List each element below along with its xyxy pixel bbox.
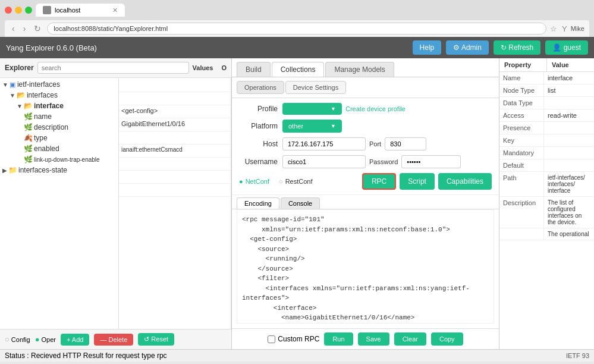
leaf-icon: 🍂 xyxy=(24,134,33,142)
config-radio[interactable]: ○ Config xyxy=(5,335,30,344)
property-row-access: Access read-write xyxy=(499,109,594,122)
host-label: Host xyxy=(239,140,278,148)
password-input[interactable] xyxy=(401,155,461,168)
left-panel: Explorer Values O ▼ ▣ ietf-interfaces ▼ xyxy=(0,58,232,349)
tab-collections[interactable]: Collections xyxy=(272,62,325,77)
tree-label: enabled xyxy=(34,145,59,153)
netconf-label: NetConf xyxy=(246,178,269,185)
sub-tab-device-settings[interactable]: Device Settings xyxy=(285,81,346,94)
chevron-down-icon: ▼ xyxy=(331,123,336,129)
restconf-radio[interactable]: ○ RestConf xyxy=(279,178,313,185)
module-icon: ▣ xyxy=(10,81,15,89)
tree-item-name[interactable]: 🌿 name xyxy=(0,111,118,122)
maximize-btn[interactable] xyxy=(25,7,32,14)
tree-item-description[interactable]: 🌿 description xyxy=(0,122,118,133)
script-button[interactable]: Script xyxy=(400,173,435,190)
bottom-tab-encoding[interactable]: Encoding xyxy=(237,197,279,209)
forward-button[interactable]: › xyxy=(21,23,29,34)
tab-manage-models[interactable]: Manage Models xyxy=(325,62,394,77)
save-button[interactable]: Save xyxy=(358,332,389,346)
tree-item-ietf-interfaces[interactable]: ▼ ▣ ietf-interfaces xyxy=(0,79,118,90)
ietf-badge: IETF 93 xyxy=(566,352,589,359)
netconf-radio[interactable]: ● NetConf xyxy=(239,178,269,185)
value-row-1 xyxy=(119,79,231,92)
sub-tab-operations[interactable]: Operations xyxy=(237,81,284,94)
help-button[interactable]: Help xyxy=(413,40,442,55)
tab-close-icon[interactable]: ✕ xyxy=(112,7,118,14)
reset-button[interactable]: ↺ Reset xyxy=(138,333,174,346)
run-button[interactable]: Run xyxy=(324,332,353,346)
protocol-radio-group: ● NetConf ○ RestConf xyxy=(239,178,357,185)
port-label: Port xyxy=(369,140,381,148)
custom-rpc-checkbox[interactable] xyxy=(268,335,275,343)
property-key: Key xyxy=(499,134,544,146)
property-val: read-write xyxy=(544,109,594,121)
reload-button[interactable]: ↻ xyxy=(32,23,43,34)
code-area: <rpc message-id="101" xmlns="urn:ietf:pa… xyxy=(237,209,494,324)
delete-button[interactable]: — Delete xyxy=(94,334,133,346)
o-col-header: O xyxy=(221,64,227,71)
property-row-key: Key xyxy=(499,134,594,147)
back-button[interactable]: ‹ xyxy=(10,23,17,34)
bottom-tab-console[interactable]: Console xyxy=(281,197,320,209)
refresh-button[interactable]: ↻ Refresh xyxy=(494,40,540,55)
url-bar[interactable]: localhost:8088/static/YangExplorer.html xyxy=(47,23,546,34)
folder-closed-icon: 📁 xyxy=(8,166,17,174)
radio-checked-icon: ● xyxy=(239,178,243,185)
tree-label: interfaces-state xyxy=(18,166,67,174)
property-row-default: Default xyxy=(499,159,594,172)
bookmark-icon[interactable]: ☆ xyxy=(550,24,557,33)
left-bottom: ○ Config ● Oper + Add — Delete ↺ Reset xyxy=(0,329,231,349)
port-input[interactable] xyxy=(385,137,426,150)
tab-icon xyxy=(43,6,51,14)
tree-item-enabled[interactable]: 🌿 enabled xyxy=(0,143,118,154)
main-panel: Build Collections Manage Models Operatio… xyxy=(232,58,499,349)
copy-button[interactable]: Copy xyxy=(431,332,463,346)
close-btn[interactable] xyxy=(5,7,12,14)
property-val xyxy=(544,159,594,171)
property-key: Description xyxy=(499,197,544,228)
tree-panel: ▼ ▣ ietf-interfaces ▼ 📂 interfaces ▼ 📂 xyxy=(0,78,119,329)
tab-build[interactable]: Build xyxy=(237,62,271,77)
chevron-down-icon: ▼ xyxy=(331,106,336,112)
tree-label: type xyxy=(34,134,48,142)
tree-label: name xyxy=(34,112,52,121)
guest-button[interactable]: 👤 guest xyxy=(545,40,588,55)
profile-select[interactable]: ▼ xyxy=(282,103,342,115)
tree-item-interface[interactable]: ▼ 📂 interface xyxy=(0,101,118,111)
tree-item-type[interactable]: 🍂 type xyxy=(0,133,118,143)
admin-button[interactable]: ⚙ Admin xyxy=(446,40,489,55)
property-header: Property Value xyxy=(499,58,594,72)
add-button[interactable]: + Add xyxy=(61,334,89,346)
tree-item-interfaces-state[interactable]: ▶ 📁 interfaces-state xyxy=(0,165,118,175)
property-val: list xyxy=(544,84,594,96)
tree-item-interfaces[interactable]: ▼ 📂 interfaces xyxy=(0,90,118,101)
browser-tab[interactable]: localhost ✕ xyxy=(36,4,125,17)
radio-unchecked-icon: ○ xyxy=(5,335,10,344)
oper-radio[interactable]: ● Oper xyxy=(35,335,56,344)
arrow-icon: ▼ xyxy=(2,81,8,88)
rpc-button[interactable]: RPC xyxy=(362,173,396,190)
main-tabs: Build Collections Manage Models xyxy=(232,58,499,77)
action-bar: Custom RPC Run Save Clear Copy xyxy=(232,328,499,349)
tree-item-link-up[interactable]: 🌿 link-up-down-trap-enable xyxy=(0,154,118,165)
extension-icon[interactable]: Y xyxy=(562,24,567,33)
leaf-icon: 🌿 xyxy=(24,155,33,164)
value-row-2 xyxy=(119,92,231,105)
username-input[interactable] xyxy=(282,155,366,168)
minimize-btn[interactable] xyxy=(15,7,22,14)
platform-select[interactable]: other ▼ xyxy=(282,120,342,133)
property-row-presence: Presence xyxy=(499,122,594,134)
platform-control: other ▼ xyxy=(282,120,492,133)
search-input[interactable] xyxy=(37,62,189,74)
action-buttons: RPC Script Capabilities xyxy=(362,173,492,190)
host-input[interactable] xyxy=(282,137,366,150)
capabilities-button[interactable]: Capabilities xyxy=(438,173,492,190)
property-row-mandatory: Mandatory xyxy=(499,147,594,159)
property-key: Access xyxy=(499,109,544,121)
property-val: The operational xyxy=(544,228,594,240)
create-device-profile-link[interactable]: Create device profile xyxy=(345,105,406,112)
clear-button[interactable]: Clear xyxy=(394,332,426,346)
property-val xyxy=(544,97,594,109)
host-row: Host Port xyxy=(239,137,492,150)
